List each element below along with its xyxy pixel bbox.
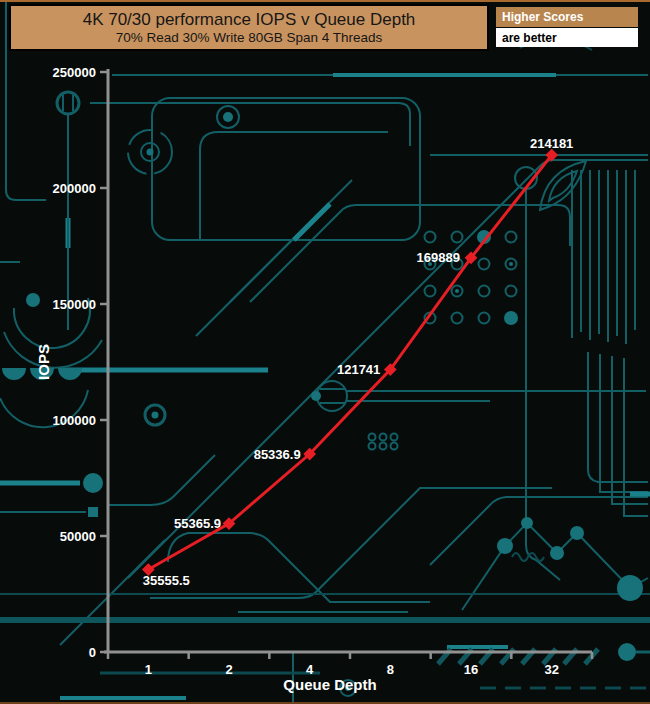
x-tick-label: 2 [225,662,232,677]
x-tick-label: 4 [306,662,314,677]
x-tick-label: 16 [464,662,478,677]
x-axis-title: Queue Depth [283,676,376,693]
note-header: Higher Scores [496,7,638,27]
data-point-label: 121741 [337,362,380,377]
y-tick-label: 200000 [53,181,96,196]
x-tick-label: 32 [544,662,558,677]
top-border-strip [0,0,650,2]
y-tick-label: 150000 [53,297,96,312]
y-axis-title: IOPS [35,344,52,380]
data-point-label: 55365.9 [174,516,221,531]
note-body: are better [496,28,638,47]
x-tick-label: 8 [387,662,394,677]
data-point-label: 85336.9 [254,447,301,462]
y-tick-label: 100000 [53,413,96,428]
y-tick-label: 250000 [53,65,96,80]
y-tick-label: 50000 [60,529,96,544]
x-tick-label: 1 [145,662,152,677]
iops-line-chart: 05000010000015000020000025000012481632Qu… [0,0,650,704]
data-point-label: 214181 [530,136,573,151]
chart-subtitle: 70% Read 30% Write 80GB Span 4 Threads [116,30,383,46]
chart-title: 4K 70/30 performance IOPS v Queue Depth [83,10,416,30]
data-point-label: 35555.5 [143,573,190,588]
data-point-label: 169889 [417,250,460,265]
y-tick-label: 0 [89,645,96,660]
chart-title-panel: 4K 70/30 performance IOPS v Queue Depth … [9,4,489,51]
higher-scores-note: Higher Scores are better [496,7,638,47]
